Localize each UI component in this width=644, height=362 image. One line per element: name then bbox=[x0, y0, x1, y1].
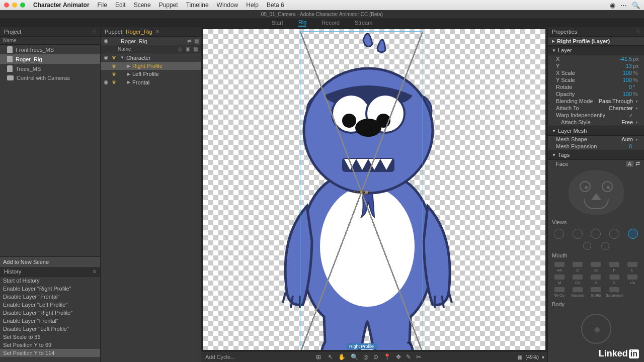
arrow-tool-icon[interactable]: ↖ bbox=[328, 353, 333, 360]
panel-menu-icon[interactable]: ≡ bbox=[93, 268, 96, 275]
zoom-chevron-icon[interactable]: ▾ bbox=[542, 354, 544, 360]
view-left-quarter[interactable] bbox=[554, 229, 564, 239]
mode-stream[interactable]: Stream bbox=[355, 20, 372, 26]
crown-icon[interactable]: ♛ bbox=[112, 71, 116, 77]
mouth-viseme[interactable]: W-Oo bbox=[551, 287, 568, 298]
view-left[interactable] bbox=[573, 229, 583, 239]
search-icon[interactable]: 🔍 bbox=[632, 2, 640, 9]
record-icon[interactable]: ▣ bbox=[186, 46, 190, 52]
selection-bounds[interactable]: + Origin Right Profile bbox=[300, 31, 423, 350]
blending-mode-row[interactable]: Blending ModePass Through▼ bbox=[548, 98, 644, 105]
view-sub-1[interactable] bbox=[583, 242, 591, 250]
mode-start[interactable]: Start bbox=[272, 20, 283, 26]
zoom-dot[interactable] bbox=[20, 3, 25, 8]
face-diagram[interactable] bbox=[548, 167, 644, 218]
property-row[interactable]: Y Scale100% bbox=[548, 76, 644, 83]
history-item[interactable]: Enable Layer "Right Profile" bbox=[0, 285, 100, 293]
attach-to-row[interactable]: Attach ToCharacter▼ bbox=[548, 105, 644, 112]
history-item[interactable]: Enable Layer "Left Profile" bbox=[0, 301, 100, 309]
tag-swap-icon[interactable]: ⇄ bbox=[635, 160, 640, 167]
mode-record[interactable]: Record bbox=[321, 20, 339, 26]
mesh-icon[interactable]: ⊞ bbox=[316, 353, 321, 360]
pin-tool-icon[interactable]: 📍 bbox=[383, 353, 391, 360]
panel-menu-icon[interactable]: ≡ bbox=[93, 29, 96, 35]
layer-row[interactable]: ◉ ♛ ▶ Frontal bbox=[101, 78, 201, 86]
mesh-expansion-row[interactable]: Mesh Expansion0 bbox=[548, 143, 644, 150]
layer-row[interactable]: ♛ ▶ Left Profile bbox=[101, 70, 201, 78]
history-item[interactable]: Set Position Y to 69 bbox=[0, 341, 100, 349]
close-dot[interactable] bbox=[4, 3, 9, 8]
mouth-viseme[interactable]: Smile bbox=[587, 287, 604, 298]
add-to-new-scene-button[interactable]: Add to New Scene bbox=[0, 256, 100, 267]
layer-row[interactable]: ◉ ♛ ▼ Character bbox=[101, 53, 201, 62]
mouth-viseme[interactable]: Neutral bbox=[569, 287, 586, 298]
minimize-dot[interactable] bbox=[12, 3, 17, 8]
zoom-level[interactable]: (49%) bbox=[525, 354, 539, 360]
target-tool-icon[interactable]: ◎ bbox=[363, 353, 368, 360]
anchor-tool-icon[interactable]: ⊙ bbox=[373, 353, 378, 360]
project-item[interactable]: Roger_Rig bbox=[0, 54, 100, 64]
expand-icon[interactable]: ▶ bbox=[127, 80, 130, 84]
section-layer-mesh[interactable]: ▼Layer Mesh bbox=[548, 126, 644, 136]
menu-window[interactable]: Window bbox=[217, 2, 238, 9]
close-icon[interactable]: ✕ bbox=[155, 29, 159, 34]
history-item[interactable]: Set Position Y to 114 bbox=[0, 349, 100, 357]
hand-tool-icon[interactable]: ✋ bbox=[338, 353, 346, 360]
property-row[interactable]: Rotate0° bbox=[548, 83, 644, 90]
window-controls[interactable] bbox=[4, 3, 25, 8]
cloud-icon[interactable]: ◉ bbox=[610, 2, 615, 9]
property-row[interactable]: Y13px bbox=[548, 62, 644, 69]
menu-puppet[interactable]: Puppet bbox=[159, 2, 178, 9]
mouth-viseme[interactable]: Ee bbox=[587, 262, 604, 273]
attach-style-row[interactable]: Attach StyleFree▼ bbox=[548, 119, 644, 126]
project-item[interactable]: FrontTrees_MS bbox=[0, 45, 100, 54]
zoom-tool-icon[interactable]: 🔍 bbox=[351, 353, 358, 360]
menu-edit[interactable]: Edit bbox=[115, 2, 126, 9]
crown-icon[interactable]: ♛ bbox=[112, 63, 116, 69]
section-layer[interactable]: ▼Layer bbox=[548, 45, 644, 55]
mouth-viseme[interactable]: Uh bbox=[624, 275, 641, 285]
layers-icon[interactable]: ▦ bbox=[194, 38, 199, 44]
eye-icon[interactable]: ◉ bbox=[103, 38, 110, 44]
menu-file[interactable]: File bbox=[98, 2, 107, 9]
mouth-viseme[interactable]: Surprised bbox=[606, 287, 623, 298]
grid-icon[interactable]: ▦ bbox=[193, 46, 198, 52]
wand-tool-icon[interactable]: ✎ bbox=[406, 353, 411, 360]
cut-tool-icon[interactable]: ✂ bbox=[416, 353, 421, 360]
swap-icon[interactable]: ⇄ bbox=[187, 38, 191, 44]
body-dial[interactable] bbox=[581, 314, 611, 344]
project-item[interactable]: Trees_MS bbox=[0, 64, 100, 73]
grid-toggle-icon[interactable]: ▦ bbox=[518, 354, 522, 360]
expand-icon[interactable]: ▼ bbox=[120, 55, 124, 60]
property-row[interactable]: X Scale100% bbox=[548, 69, 644, 76]
mesh-shape-row[interactable]: Mesh ShapeAuto▼ bbox=[548, 136, 644, 143]
history-item[interactable]: Disable Layer "Right Profile" bbox=[0, 309, 100, 317]
more-icon[interactable]: ⋯ bbox=[620, 2, 627, 9]
menu-scene[interactable]: Scene bbox=[134, 2, 151, 9]
history-item[interactable]: Set Scale to 36 bbox=[0, 333, 100, 341]
history-item[interactable]: Enable Layer "Frontal" bbox=[0, 317, 100, 325]
mouth-viseme[interactable]: L bbox=[624, 262, 641, 273]
crown-icon[interactable]: ♛ bbox=[112, 79, 116, 85]
mouth-viseme[interactable]: Ah bbox=[551, 262, 568, 273]
section-tags[interactable]: ▼Tags bbox=[548, 150, 644, 160]
target-icon[interactable]: ◎ bbox=[178, 46, 183, 52]
layer-row[interactable]: ♛ ▶ Right Profile bbox=[101, 62, 201, 70]
expand-icon[interactable]: ▶ bbox=[127, 64, 130, 68]
mouth-viseme[interactable]: S bbox=[606, 275, 623, 285]
view-right[interactable] bbox=[609, 229, 619, 239]
history-item[interactable]: Start of History bbox=[0, 277, 100, 285]
mouth-viseme[interactable]: D bbox=[569, 262, 586, 273]
panel-menu-icon[interactable]: ≡ bbox=[637, 29, 640, 35]
mouth-viseme[interactable]: Oh bbox=[569, 275, 586, 285]
project-item[interactable]: Control with Cameras bbox=[0, 73, 100, 82]
mouth-viseme[interactable]: M bbox=[551, 275, 568, 285]
property-row[interactable]: Opacity100% bbox=[548, 90, 644, 98]
warp-independently-row[interactable]: Warp Independently bbox=[548, 112, 644, 119]
puppet-name[interactable]: Roger_Rig bbox=[126, 29, 152, 35]
crown-icon[interactable]: ♛ bbox=[112, 55, 116, 60]
tag-a-icon[interactable]: A bbox=[626, 161, 633, 167]
mode-rig[interactable]: Rig bbox=[298, 19, 307, 27]
menu-timeline[interactable]: Timeline bbox=[186, 2, 209, 9]
history-item[interactable]: Disable Layer "Frontal" bbox=[0, 293, 100, 301]
